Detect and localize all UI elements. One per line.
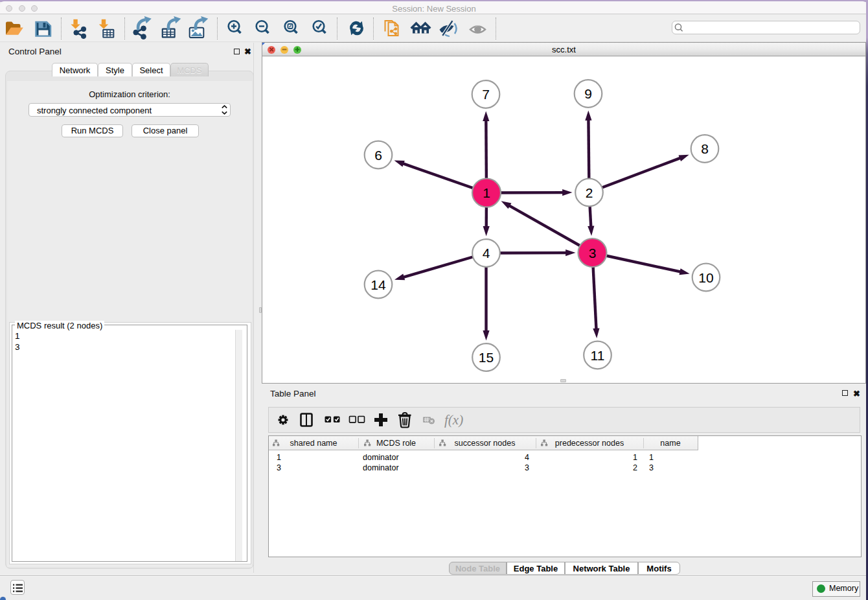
- svg-text:9: 9: [584, 86, 592, 101]
- svg-text:4: 4: [483, 246, 490, 260]
- svg-text:7: 7: [482, 87, 490, 102]
- svg-text:8: 8: [701, 141, 709, 156]
- svg-text:6: 6: [374, 148, 382, 163]
- svg-text:11: 11: [591, 348, 605, 363]
- svg-text:1: 1: [483, 185, 490, 200]
- svg-text:10: 10: [698, 270, 713, 285]
- svg-text:f(x): f(x): [444, 412, 463, 428]
- svg-text:2: 2: [586, 185, 593, 200]
- svg-text:15: 15: [479, 350, 494, 365]
- svg-text:14: 14: [371, 277, 386, 292]
- svg-text:3: 3: [589, 246, 597, 260]
